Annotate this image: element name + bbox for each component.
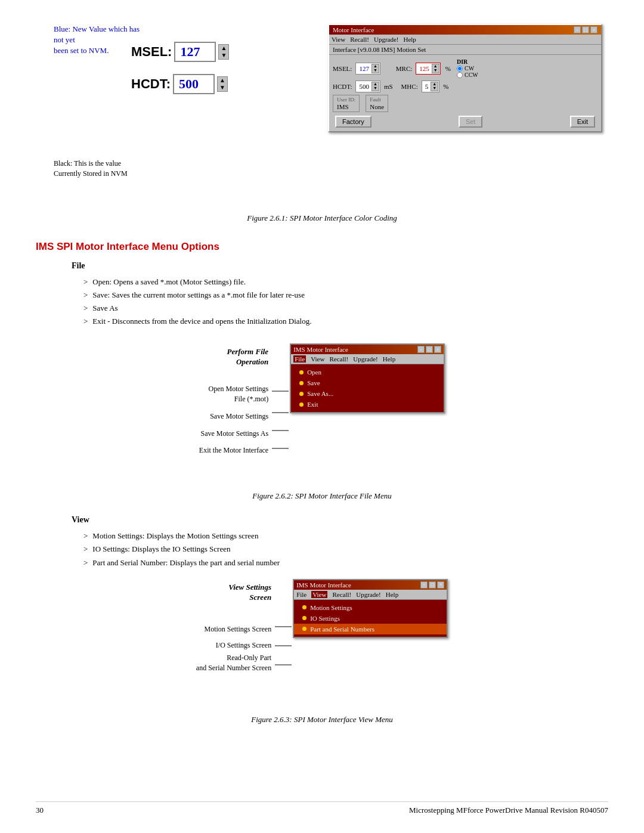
view-list: Motion Settings: Displays the Motion Set… [83, 529, 608, 569]
menu-view[interactable]: View [332, 36, 345, 43]
dot-open [299, 370, 304, 374]
cw-label: CW [465, 65, 474, 72]
fig262-label-saveas: Save Motor Settings As [200, 425, 268, 442]
view-dropdown-part-serial[interactable]: Part and Serial Numbers [294, 624, 447, 634]
large-msel-spinner[interactable]: ▲ ▼ [218, 44, 229, 60]
mrc-spinner[interactable]: ▲ ▼ [432, 64, 439, 73]
ims-titlebar-262: IMS Motor Interface - □ × [291, 345, 444, 354]
close-button[interactable]: × [590, 26, 597, 33]
fig263-connectors [275, 615, 293, 710]
fig262-wrapper: Perform File Operation Open Motor Settin… [36, 343, 608, 487]
fig263-bold-label: View Settings Screen [228, 583, 271, 603]
dir-group: DIR CW CCW [457, 58, 478, 78]
ims-title-263: IMS Motor Interface [296, 581, 351, 589]
cw-radio[interactable] [457, 66, 463, 72]
msel-value: 127 [357, 64, 371, 73]
exit-button[interactable]: Exit [570, 116, 595, 128]
ims-min-263[interactable]: - [420, 581, 428, 589]
mhc-spinner[interactable]: ▲ ▼ [431, 82, 438, 91]
ims-menubar-262: File View Recall! Upgrade! Help [291, 354, 444, 364]
large-msel-label: MSEL: [131, 44, 172, 60]
black-annotation: Black: This is the value Currently Store… [54, 159, 149, 179]
maximize-button[interactable]: □ [582, 26, 589, 33]
window-body: MSEL: 127 ▲ ▼ MRC: 125 ▲ [329, 55, 601, 131]
user-fault-row: User ID: IMS Fault None [333, 95, 597, 112]
ims-menu-view[interactable]: View [311, 355, 324, 363]
ims-menu263-help[interactable]: Help [386, 591, 398, 598]
ims-dropdown-263: Motion Settings IO Settings Part and Ser… [294, 600, 447, 637]
msel-label: MSEL: [333, 65, 352, 72]
ims-min-262[interactable]: - [417, 346, 425, 353]
fig261-caption: Figure 2.6.1: SPI Motor Interface Color … [247, 213, 397, 223]
hcdt-value: 500 [357, 82, 371, 91]
ims-controls-262[interactable]: - □ × [417, 346, 441, 353]
ims-menu263-upgrade[interactable]: Upgrade! [356, 591, 381, 598]
view-dropdown-motion[interactable]: Motion Settings [294, 602, 447, 613]
page-number: 30 [36, 806, 44, 815]
user-id-label: User ID: [337, 97, 355, 103]
fig262-bold-label: Perform File Operation [227, 347, 268, 367]
fig263-label-io: I/O Settings Screen [216, 637, 271, 653]
menu-upgrade[interactable]: Upgrade! [374, 36, 399, 43]
ims-max-263[interactable]: □ [429, 581, 436, 589]
msel-spinner[interactable]: ▲ ▼ [371, 64, 379, 73]
list-item: Part and Serial Number: Displays the par… [83, 556, 608, 569]
fault-field: Fault None [366, 95, 388, 112]
dot-saveas [299, 392, 304, 396]
figure-262: Perform File Operation Open Motor Settin… [36, 337, 608, 501]
ims-menu263-file[interactable]: File [296, 591, 306, 598]
dropdown-open[interactable]: Open [291, 367, 444, 377]
ims-menu-file[interactable]: File [293, 355, 306, 363]
bottom-buttons: Factory Set Exit [333, 116, 597, 128]
ccw-radio[interactable] [457, 72, 463, 78]
large-hcdt-label: HCDT: [131, 76, 171, 92]
set-button[interactable]: Set [459, 116, 483, 128]
fig263-label-readonlypart: Read-Only Part and Serial Number Screen [196, 653, 271, 673]
window-controls[interactable]: - □ × [574, 26, 597, 33]
ims-menu-recall[interactable]: Recall! [329, 355, 348, 363]
dot-exit [299, 402, 304, 407]
file-title: File [72, 261, 608, 271]
ims-controls-263[interactable]: - □ × [420, 581, 444, 589]
dropdown-save[interactable]: Save [291, 377, 444, 388]
dropdown-saveas[interactable]: Save As... [291, 388, 444, 399]
ims-titlebar-263: IMS Motor Interface - □ × [294, 580, 447, 590]
view-dropdown-io[interactable]: IO Settings [294, 613, 447, 624]
dir-label: DIR [457, 58, 478, 65]
minimize-button[interactable]: - [574, 26, 581, 33]
dropdown-exit[interactable]: Exit [291, 399, 444, 410]
ims-menu263-view[interactable]: View [311, 591, 327, 598]
mrc-label: MRC: [396, 65, 413, 72]
fault-label: Fault [370, 97, 384, 103]
window-title: Motor Interface [333, 26, 374, 33]
large-hcdt-spinner[interactable]: ▲ ▼ [217, 76, 228, 92]
ims-menu-help[interactable]: Help [383, 355, 395, 363]
figure-261: Blue: New Value which has not yet been s… [36, 24, 608, 223]
factory-button[interactable]: Factory [335, 116, 371, 128]
dot-motion [302, 605, 306, 609]
menu-recall[interactable]: Recall! [350, 36, 369, 43]
list-item: Open: Opens a saved *.mot (Motor Setting… [83, 275, 608, 289]
view-section: View Motion Settings: Displays the Motio… [36, 515, 608, 569]
fig262-label-exit: Exit the Motor Interface [199, 442, 268, 459]
ims-max-262[interactable]: □ [426, 346, 433, 353]
footer-text: Microstepping MFforce PowerDrive Manual … [409, 806, 608, 815]
large-msel-value: 127 [174, 42, 216, 62]
section-heading: IMS SPI Motor Interface Menu Options [36, 241, 608, 253]
hcdt-label: HCDT: [333, 83, 352, 90]
mrc-unit: % [445, 65, 451, 72]
page-footer: 30 Microstepping MFforce PowerDrive Manu… [36, 801, 608, 815]
fig263-label-motion: Motion Settings Screen [204, 621, 271, 637]
hcdt-spinner[interactable]: ▲ ▼ [371, 82, 379, 91]
ims-close-262[interactable]: × [434, 346, 441, 353]
ims-dropdown-262: Open Save Save As... Exit [291, 364, 444, 412]
ims-menu263-recall[interactable]: Recall! [332, 591, 351, 598]
list-item: Exit - Disconnects from the device and o… [83, 315, 608, 328]
figure-263: View Settings Screen Motion Settings Scr… [36, 579, 608, 724]
large-hcdt-value: 500 [173, 74, 215, 94]
ims-menu-upgrade[interactable]: Upgrade! [353, 355, 378, 363]
dot-part-serial [302, 627, 306, 631]
ims-close-263[interactable]: × [437, 581, 444, 589]
menu-help[interactable]: Help [403, 36, 416, 43]
hcdt-unit: mS [384, 83, 393, 90]
